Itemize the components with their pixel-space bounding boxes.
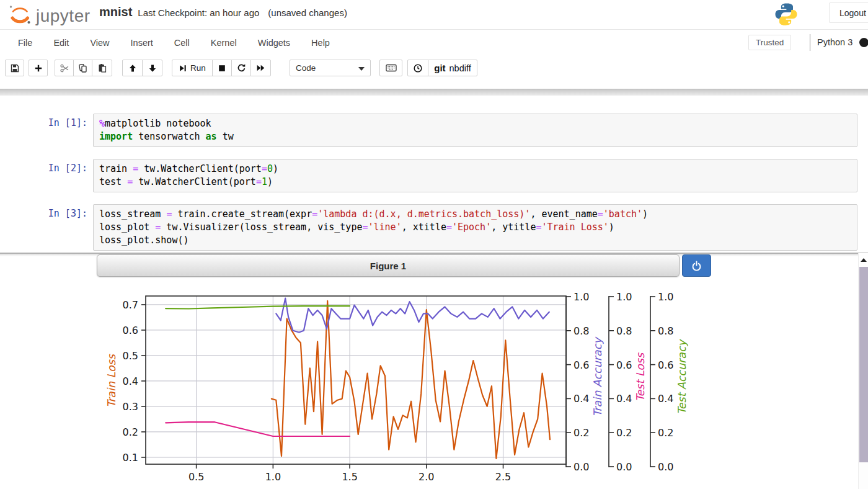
interrupt-kernel-button[interactable] — [212, 60, 232, 76]
cell2-prompt: In [2]: — [0, 163, 87, 174]
unsaved-changes-label: (unsaved changes) — [268, 7, 347, 18]
kernel-status-indicator — [859, 38, 868, 47]
cell1-input[interactable]: %matplotlib notebookimport tensorwatch a… — [93, 114, 857, 147]
svg-text:1.0: 1.0 — [265, 471, 281, 483]
cell2-code: train = tw.WatcherClient(port=0)test = t… — [94, 159, 857, 192]
svg-text:0.5: 0.5 — [188, 471, 204, 483]
svg-text:0.6: 0.6 — [658, 359, 673, 371]
fast-forward-icon — [256, 63, 265, 73]
jupyter-wordmark: jupyter — [36, 6, 91, 26]
svg-text:1.0: 1.0 — [658, 291, 673, 303]
figure-canvas[interactable]: 0.10.20.30.40.50.60.7Train Loss0.51.01.5… — [0, 277, 868, 489]
svg-text:0.7: 0.7 — [123, 299, 138, 311]
figure-title-bar[interactable]: Figure 1 — [97, 254, 680, 277]
header: jupyter mnist Last Checkpoint: an hour a… — [0, 0, 868, 30]
svg-text:0.2: 0.2 — [616, 427, 632, 439]
svg-text:0.6: 0.6 — [616, 359, 632, 371]
arrow-down-icon — [148, 63, 157, 73]
menu-file[interactable]: File — [7, 32, 43, 54]
arrow-up-icon — [128, 63, 138, 73]
svg-text:0.4: 0.4 — [123, 375, 138, 387]
svg-text:0.8: 0.8 — [616, 325, 632, 337]
stop-icon — [218, 64, 226, 73]
cell2-input[interactable]: train = tw.WatcherClient(port=0)test = t… — [93, 159, 857, 192]
step-forward-icon — [179, 64, 187, 73]
svg-text:0.4: 0.4 — [574, 393, 589, 405]
cut-cell-button[interactable] — [55, 60, 74, 76]
history-button[interactable] — [407, 60, 428, 76]
paste-cell-button[interactable] — [92, 60, 112, 76]
copy-icon — [78, 63, 88, 73]
kernel-name: Python 3 — [817, 37, 852, 47]
add-cell-button[interactable] — [29, 60, 48, 76]
menu-view[interactable]: View — [79, 32, 120, 54]
trusted-badge[interactable]: Trusted — [748, 35, 791, 50]
scrollbar-thumb[interactable] — [859, 267, 868, 462]
figure-canvas-wrap: 0.10.20.30.40.50.60.7Train Loss0.51.01.5… — [0, 277, 868, 489]
command-palette-button[interactable] — [379, 60, 402, 76]
header-divider-band — [0, 89, 868, 96]
clock-icon — [413, 63, 423, 73]
cell-type-select[interactable]: Code — [290, 60, 371, 76]
svg-text:0.2: 0.2 — [123, 426, 138, 438]
figure-title: Figure 1 — [370, 261, 406, 271]
svg-text:1.0: 1.0 — [574, 291, 589, 303]
jupyter-logo[interactable]: jupyter — [7, 3, 91, 29]
svg-text:0.6: 0.6 — [123, 325, 138, 336]
nbdiff-label: nbdiff — [450, 63, 471, 73]
svg-text:0.6: 0.6 — [574, 359, 589, 371]
run-cell-button[interactable]: Run — [172, 60, 213, 76]
menu-cell[interactable]: Cell — [164, 32, 200, 54]
python-logo-icon — [774, 2, 799, 29]
svg-text:0.5: 0.5 — [123, 350, 138, 362]
svg-text:1.0: 1.0 — [616, 291, 632, 303]
restart-kernel-button[interactable] — [231, 60, 251, 76]
svg-text:2.5: 2.5 — [495, 471, 511, 483]
menu-list: File Edit View Insert Cell Kernel Widget… — [7, 30, 340, 55]
refresh-icon — [237, 63, 246, 73]
git-nbdiff-button[interactable]: git nbdiff — [428, 60, 477, 76]
run-label: Run — [190, 63, 206, 73]
copy-cell-button[interactable] — [73, 60, 92, 76]
logout-button[interactable]: Logout — [829, 2, 868, 23]
svg-text:0.1: 0.1 — [123, 452, 138, 464]
paste-icon — [97, 63, 107, 73]
notebook-title[interactable]: mnist — [99, 5, 132, 19]
plus-icon — [33, 63, 43, 73]
save-icon — [10, 63, 20, 73]
move-cell-up-button[interactable] — [122, 60, 143, 76]
keyboard-icon — [386, 63, 397, 73]
svg-text:0.8: 0.8 — [658, 325, 673, 337]
scrollbar[interactable] — [858, 253, 868, 489]
menu-edit[interactable]: Edit — [43, 32, 79, 54]
menubar: File Edit View Insert Cell Kernel Widget… — [0, 30, 868, 55]
checkpoint-status: Last Checkpoint: an hour ago — [138, 7, 259, 18]
svg-text:0.3: 0.3 — [123, 401, 138, 413]
move-cell-down-button[interactable] — [142, 60, 162, 76]
svg-text:0.0: 0.0 — [658, 461, 673, 473]
jupyter-notebook-app: jupyter mnist Last Checkpoint: an hour a… — [0, 0, 868, 489]
cell3-code: loss_stream = train.create_stream(expr='… — [94, 205, 857, 250]
save-button[interactable] — [5, 60, 24, 76]
svg-text:Test Accuracy: Test Accuracy — [676, 338, 688, 415]
svg-text:0.4: 0.4 — [658, 393, 673, 405]
scissors-icon — [60, 63, 69, 73]
cell1-prompt: In [1]: — [0, 117, 87, 128]
cell3-input[interactable]: loss_stream = train.create_stream(expr='… — [93, 204, 857, 251]
menu-insert[interactable]: Insert — [120, 32, 164, 54]
svg-text:0.0: 0.0 — [616, 461, 632, 473]
notebook-titlebar: mnist Last Checkpoint: an hour ago (unsa… — [99, 5, 347, 19]
restart-run-all-button[interactable] — [250, 60, 271, 76]
menu-widgets[interactable]: Widgets — [247, 32, 301, 54]
svg-text:Train Loss: Train Loss — [105, 353, 118, 408]
scrollbar-up-button[interactable] — [859, 253, 868, 267]
power-icon — [691, 261, 702, 271]
svg-text:1.5: 1.5 — [342, 471, 357, 483]
cell-type-value: Code — [296, 63, 316, 73]
svg-text:0.4: 0.4 — [616, 393, 632, 405]
svg-text:Train Accuracy: Train Accuracy — [591, 336, 604, 417]
menu-kernel[interactable]: Kernel — [200, 32, 247, 54]
jupyter-logo-icon — [7, 3, 32, 29]
menu-help[interactable]: Help — [301, 32, 340, 54]
figure-close-button[interactable] — [682, 254, 711, 277]
